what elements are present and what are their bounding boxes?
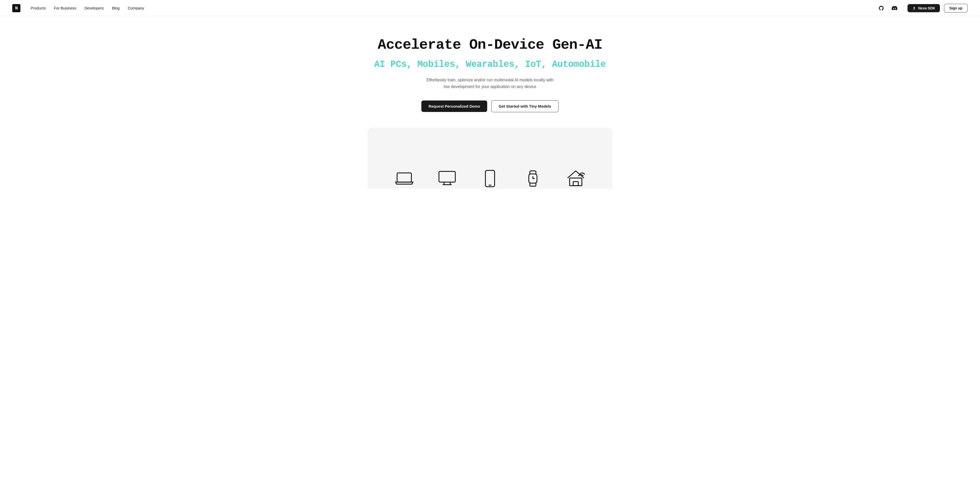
svg-rect-2 [485, 170, 495, 187]
mobile-device [480, 168, 500, 189]
wearable-icon [523, 168, 543, 189]
signup-button[interactable]: Sign up [944, 4, 968, 13]
download-icon [912, 6, 916, 10]
hero-description: Effortlessly train, optimize and/or run … [424, 77, 556, 90]
nav-link-developers[interactable]: Developers [84, 6, 104, 10]
svg-rect-8 [573, 182, 578, 186]
nav-link-products[interactable]: Products [30, 6, 46, 10]
nav-divider [903, 5, 904, 11]
iot-device [566, 168, 586, 189]
get-started-button[interactable]: Get Started with Tiny Models [491, 100, 558, 112]
github-icon [878, 5, 884, 11]
desktop-device [437, 168, 457, 189]
discord-icon-button[interactable] [890, 3, 899, 13]
devices-section [368, 128, 612, 189]
logo-box: N [12, 4, 21, 12]
home-icon [566, 168, 586, 189]
laptop-device [394, 168, 414, 189]
nav-link-for-business[interactable]: For Business [54, 6, 76, 10]
logo[interactable]: N [12, 4, 21, 12]
laptop-icon [394, 168, 414, 189]
nav-link-blog[interactable]: Blog [112, 6, 120, 10]
nav-right: Nexa SDK Sign up [877, 3, 968, 13]
discord-icon [892, 5, 897, 11]
svg-rect-1 [439, 171, 455, 182]
svg-rect-0 [397, 173, 411, 182]
desktop-icon [437, 168, 457, 189]
github-icon-button[interactable] [877, 3, 886, 13]
hero-section: Accelerate On-Device Gen-AI AI PCs, Mobi… [0, 16, 980, 128]
wearable-device [523, 168, 543, 189]
request-demo-button[interactable]: Request Personalized Demo [422, 100, 487, 112]
navbar: N Products For Business Developers Blog … [0, 0, 980, 16]
hero-buttons: Request Personalized Demo Get Started wi… [422, 100, 558, 112]
hero-subtitle: AI PCs, Mobiles, Wearables, IoT, Automob… [374, 59, 606, 70]
nexa-sdk-button[interactable]: Nexa SDK [907, 4, 940, 12]
nav-link-company[interactable]: Company [128, 6, 144, 10]
nav-links: Products For Business Developers Blog Co… [30, 6, 144, 11]
mobile-icon [480, 168, 500, 189]
hero-title: Accelerate On-Device Gen-AI [378, 37, 602, 53]
